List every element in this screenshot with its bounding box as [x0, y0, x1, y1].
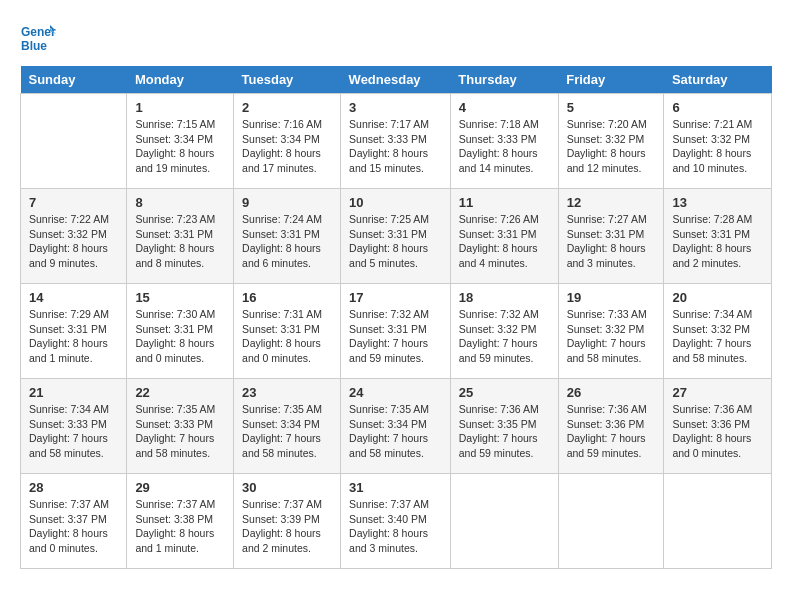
sunset-text: Sunset: 3:32 PM	[672, 323, 750, 335]
cell-info: Sunrise: 7:32 AM Sunset: 3:32 PM Dayligh…	[459, 307, 550, 366]
calendar-cell: 31 Sunrise: 7:37 AM Sunset: 3:40 PM Dayl…	[341, 474, 451, 569]
header-thursday: Thursday	[450, 66, 558, 94]
day-number: 14	[29, 290, 118, 305]
sunset-text: Sunset: 3:31 PM	[349, 228, 427, 240]
calendar-cell: 30 Sunrise: 7:37 AM Sunset: 3:39 PM Dayl…	[234, 474, 341, 569]
sunset-text: Sunset: 3:32 PM	[567, 323, 645, 335]
sunset-text: Sunset: 3:33 PM	[29, 418, 107, 430]
calendar-cell: 8 Sunrise: 7:23 AM Sunset: 3:31 PM Dayli…	[127, 189, 234, 284]
cell-info: Sunrise: 7:35 AM Sunset: 3:34 PM Dayligh…	[242, 402, 332, 461]
cell-info: Sunrise: 7:26 AM Sunset: 3:31 PM Dayligh…	[459, 212, 550, 271]
sunrise-text: Sunrise: 7:28 AM	[672, 213, 752, 225]
day-number: 1	[135, 100, 225, 115]
sunset-text: Sunset: 3:32 PM	[567, 133, 645, 145]
sunrise-text: Sunrise: 7:31 AM	[242, 308, 322, 320]
logo-svg: General Blue	[20, 20, 56, 56]
sunrise-text: Sunrise: 7:37 AM	[135, 498, 215, 510]
daylight-text: Daylight: 8 hours and 1 minute.	[135, 527, 214, 554]
cell-info: Sunrise: 7:27 AM Sunset: 3:31 PM Dayligh…	[567, 212, 656, 271]
calendar-cell: 22 Sunrise: 7:35 AM Sunset: 3:33 PM Dayl…	[127, 379, 234, 474]
day-number: 2	[242, 100, 332, 115]
calendar-cell: 29 Sunrise: 7:37 AM Sunset: 3:38 PM Dayl…	[127, 474, 234, 569]
calendar-cell: 15 Sunrise: 7:30 AM Sunset: 3:31 PM Dayl…	[127, 284, 234, 379]
calendar-cell: 19 Sunrise: 7:33 AM Sunset: 3:32 PM Dayl…	[558, 284, 664, 379]
cell-info: Sunrise: 7:37 AM Sunset: 3:37 PM Dayligh…	[29, 497, 118, 556]
daylight-text: Daylight: 8 hours and 0 minutes.	[29, 527, 108, 554]
cell-info: Sunrise: 7:15 AM Sunset: 3:34 PM Dayligh…	[135, 117, 225, 176]
calendar-cell: 20 Sunrise: 7:34 AM Sunset: 3:32 PM Dayl…	[664, 284, 772, 379]
header-tuesday: Tuesday	[234, 66, 341, 94]
cell-info: Sunrise: 7:18 AM Sunset: 3:33 PM Dayligh…	[459, 117, 550, 176]
sunset-text: Sunset: 3:31 PM	[459, 228, 537, 240]
day-number: 17	[349, 290, 442, 305]
daylight-text: Daylight: 7 hours and 59 minutes.	[567, 432, 646, 459]
daylight-text: Daylight: 8 hours and 2 minutes.	[242, 527, 321, 554]
daylight-text: Daylight: 8 hours and 8 minutes.	[135, 242, 214, 269]
svg-text:Blue: Blue	[21, 39, 47, 53]
cell-info: Sunrise: 7:20 AM Sunset: 3:32 PM Dayligh…	[567, 117, 656, 176]
day-number: 13	[672, 195, 763, 210]
sunset-text: Sunset: 3:34 PM	[135, 133, 213, 145]
daylight-text: Daylight: 8 hours and 4 minutes.	[459, 242, 538, 269]
header-saturday: Saturday	[664, 66, 772, 94]
sunset-text: Sunset: 3:32 PM	[672, 133, 750, 145]
daylight-text: Daylight: 8 hours and 10 minutes.	[672, 147, 751, 174]
calendar-cell: 13 Sunrise: 7:28 AM Sunset: 3:31 PM Dayl…	[664, 189, 772, 284]
daylight-text: Daylight: 8 hours and 5 minutes.	[349, 242, 428, 269]
sunrise-text: Sunrise: 7:21 AM	[672, 118, 752, 130]
daylight-text: Daylight: 7 hours and 58 minutes.	[349, 432, 428, 459]
sunrise-text: Sunrise: 7:37 AM	[29, 498, 109, 510]
sunset-text: Sunset: 3:35 PM	[459, 418, 537, 430]
daylight-text: Daylight: 8 hours and 12 minutes.	[567, 147, 646, 174]
header-friday: Friday	[558, 66, 664, 94]
sunrise-text: Sunrise: 7:27 AM	[567, 213, 647, 225]
calendar-table: SundayMondayTuesdayWednesdayThursdayFrid…	[20, 66, 772, 569]
calendar-cell	[664, 474, 772, 569]
calendar-cell: 16 Sunrise: 7:31 AM Sunset: 3:31 PM Dayl…	[234, 284, 341, 379]
calendar-cell: 12 Sunrise: 7:27 AM Sunset: 3:31 PM Dayl…	[558, 189, 664, 284]
sunrise-text: Sunrise: 7:15 AM	[135, 118, 215, 130]
daylight-text: Daylight: 8 hours and 19 minutes.	[135, 147, 214, 174]
daylight-text: Daylight: 8 hours and 6 minutes.	[242, 242, 321, 269]
calendar-cell: 9 Sunrise: 7:24 AM Sunset: 3:31 PM Dayli…	[234, 189, 341, 284]
header-monday: Monday	[127, 66, 234, 94]
sunset-text: Sunset: 3:40 PM	[349, 513, 427, 525]
daylight-text: Daylight: 7 hours and 58 minutes.	[242, 432, 321, 459]
sunset-text: Sunset: 3:31 PM	[135, 323, 213, 335]
sunset-text: Sunset: 3:33 PM	[349, 133, 427, 145]
cell-info: Sunrise: 7:23 AM Sunset: 3:31 PM Dayligh…	[135, 212, 225, 271]
day-number: 22	[135, 385, 225, 400]
sunrise-text: Sunrise: 7:24 AM	[242, 213, 322, 225]
cell-info: Sunrise: 7:25 AM Sunset: 3:31 PM Dayligh…	[349, 212, 442, 271]
cell-info: Sunrise: 7:34 AM Sunset: 3:33 PM Dayligh…	[29, 402, 118, 461]
calendar-cell: 28 Sunrise: 7:37 AM Sunset: 3:37 PM Dayl…	[21, 474, 127, 569]
cell-info: Sunrise: 7:36 AM Sunset: 3:36 PM Dayligh…	[567, 402, 656, 461]
daylight-text: Daylight: 8 hours and 3 minutes.	[567, 242, 646, 269]
calendar-cell	[21, 94, 127, 189]
daylight-text: Daylight: 7 hours and 59 minutes.	[459, 337, 538, 364]
day-number: 25	[459, 385, 550, 400]
sunset-text: Sunset: 3:32 PM	[29, 228, 107, 240]
calendar-cell: 24 Sunrise: 7:35 AM Sunset: 3:34 PM Dayl…	[341, 379, 451, 474]
day-number: 6	[672, 100, 763, 115]
calendar-week-5: 28 Sunrise: 7:37 AM Sunset: 3:37 PM Dayl…	[21, 474, 772, 569]
sunset-text: Sunset: 3:34 PM	[349, 418, 427, 430]
day-number: 31	[349, 480, 442, 495]
cell-info: Sunrise: 7:28 AM Sunset: 3:31 PM Dayligh…	[672, 212, 763, 271]
sunrise-text: Sunrise: 7:34 AM	[672, 308, 752, 320]
cell-info: Sunrise: 7:37 AM Sunset: 3:40 PM Dayligh…	[349, 497, 442, 556]
sunrise-text: Sunrise: 7:25 AM	[349, 213, 429, 225]
calendar-cell: 17 Sunrise: 7:32 AM Sunset: 3:31 PM Dayl…	[341, 284, 451, 379]
sunrise-text: Sunrise: 7:36 AM	[567, 403, 647, 415]
daylight-text: Daylight: 7 hours and 59 minutes.	[349, 337, 428, 364]
cell-info: Sunrise: 7:29 AM Sunset: 3:31 PM Dayligh…	[29, 307, 118, 366]
cell-info: Sunrise: 7:35 AM Sunset: 3:33 PM Dayligh…	[135, 402, 225, 461]
daylight-text: Daylight: 8 hours and 15 minutes.	[349, 147, 428, 174]
calendar-cell	[450, 474, 558, 569]
cell-info: Sunrise: 7:33 AM Sunset: 3:32 PM Dayligh…	[567, 307, 656, 366]
day-number: 27	[672, 385, 763, 400]
cell-info: Sunrise: 7:36 AM Sunset: 3:35 PM Dayligh…	[459, 402, 550, 461]
calendar-cell: 5 Sunrise: 7:20 AM Sunset: 3:32 PM Dayli…	[558, 94, 664, 189]
cell-info: Sunrise: 7:32 AM Sunset: 3:31 PM Dayligh…	[349, 307, 442, 366]
calendar-cell: 1 Sunrise: 7:15 AM Sunset: 3:34 PM Dayli…	[127, 94, 234, 189]
